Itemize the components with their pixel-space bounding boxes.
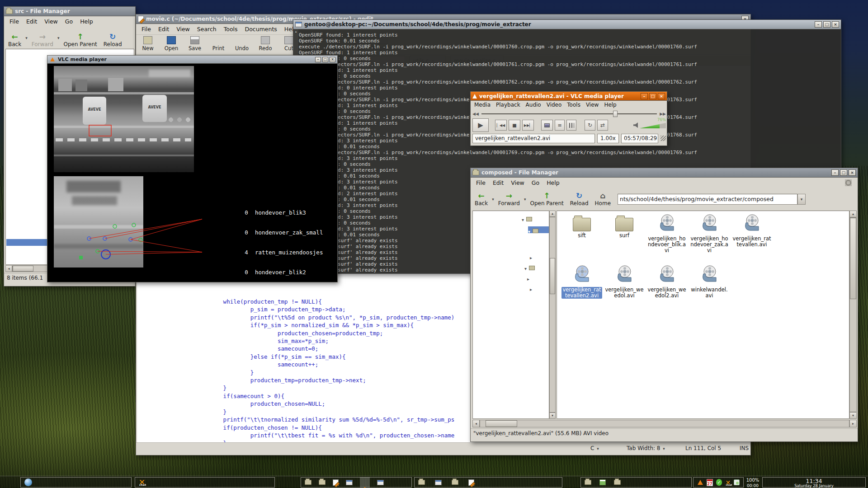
scroll-up-icon[interactable]: ▴ (849, 211, 857, 217)
loop-button[interactable]: ↻ (585, 120, 595, 131)
scroll-up-icon[interactable]: ▴ (293, 29, 298, 34)
playback-rate-field[interactable]: 1.00x (597, 134, 619, 143)
tree-row[interactable]: ▾ (524, 263, 535, 272)
tree-vscrollbar[interactable]: ▴ ▾ (549, 211, 556, 419)
scroll-left-icon[interactable]: ◂ (472, 420, 480, 427)
file-item[interactable]: vergelijken_rattevallen.avi (731, 214, 773, 265)
menu-item[interactable]: Tools (564, 101, 583, 109)
tree-row[interactable]: ▸ (530, 253, 532, 261)
terminal-task-icon[interactable] (346, 480, 353, 485)
shuffle-button[interactable]: ⇄ (597, 120, 608, 131)
image-viewer-task-icon[interactable] (599, 479, 606, 485)
file-manager-task-icon[interactable] (614, 480, 621, 485)
file-manager-task-icon[interactable] (418, 480, 425, 485)
toolbar-button[interactable]: Redo (254, 35, 277, 54)
now-playing-field[interactable]: vergelijken_rattevallen2.avi (472, 134, 595, 143)
file-item[interactable]: vergelijken_rattevallen2.avi (561, 265, 603, 316)
tree-row[interactable]: ▸ (530, 284, 532, 293)
composed-fm-iconview[interactable]: sift surf (557, 211, 849, 419)
forward-button[interactable]: →Forward (495, 191, 523, 207)
toolbar-button[interactable]: Open (160, 35, 183, 54)
menu-item[interactable]: Audio (523, 101, 544, 109)
scroll-up-icon[interactable]: ▴ (549, 211, 556, 217)
back-button[interactable]: ←Back (5, 28, 24, 48)
expander-closed-icon[interactable]: ▸ (530, 287, 532, 292)
file-item[interactable]: surf (603, 214, 646, 265)
vlc-task-active[interactable] (360, 477, 370, 488)
file-manager-task-icon[interactable] (319, 480, 326, 485)
task-group-windows-3[interactable] (580, 477, 692, 488)
toolbar-button[interactable]: Undo (230, 35, 254, 54)
calendar-tray-icon[interactable]: 27 (707, 479, 713, 486)
file-item[interactable]: vergelijken_weedol.avi (603, 265, 646, 316)
iconview-vscrollbar[interactable]: ▴ ▾ (849, 211, 857, 419)
forward-dropdown-icon[interactable]: ▾ (523, 197, 527, 202)
toolbar-button[interactable]: New (136, 35, 160, 54)
scroll-down-icon[interactable]: ▾ (549, 413, 556, 419)
file-item[interactable]: vergelijken_hondevoer_blik.avi (646, 214, 688, 265)
reload-button[interactable]: ↻Reload (567, 191, 592, 207)
minimize-icon[interactable]: – (831, 169, 839, 176)
scroll-thumb[interactable] (550, 258, 555, 294)
task-button-chat[interactable]: ✕chat (135, 477, 275, 488)
xchat-tray-icon[interactable]: ✕chat (725, 479, 731, 486)
file-manager-task-icon[interactable] (452, 480, 458, 485)
volume-icon[interactable] (633, 122, 638, 128)
expander-open-icon[interactable]: ▾ (524, 266, 527, 271)
previous-button[interactable]: ▏◀◀ (495, 120, 507, 131)
rewind-icon[interactable]: ◀◀ (472, 112, 479, 116)
task-button-browser[interactable] (20, 477, 132, 488)
scroll-left-icon[interactable]: ◂ (5, 265, 12, 272)
reload-button[interactable]: ↻Reload (100, 28, 125, 48)
fullscreen-button[interactable] (541, 120, 553, 131)
src-fm-titlebar[interactable]: src - File Manager (4, 7, 135, 16)
back-dropdown-icon[interactable]: ▾ (491, 197, 495, 202)
task-group-windows-2[interactable] (414, 477, 562, 488)
menu-item[interactable]: Search (193, 24, 220, 34)
next-button[interactable]: ▶▶▏ (522, 120, 534, 131)
menu-item[interactable]: View (173, 24, 193, 34)
menu-item[interactable]: Documents (241, 24, 281, 34)
playlist-button[interactable]: ≡ (555, 120, 565, 131)
close-icon[interactable]: × (330, 57, 335, 62)
vlc-titlebar[interactable]: vergelijken_rattevallen2.avi - VLC media… (471, 92, 667, 101)
menu-item[interactable]: View (41, 17, 61, 26)
menu-item[interactable]: Media (472, 101, 493, 109)
expander-closed-icon[interactable]: ▸ (530, 255, 532, 260)
composed-fm-treepane[interactable]: ▾ ▾ ▸ ▾ ▸ ▸ (472, 211, 549, 419)
menu-item[interactable]: Playback (493, 101, 523, 109)
clock[interactable]: 11:34 Saturday 28 January (762, 477, 866, 488)
menu-item[interactable]: File (6, 17, 23, 26)
expander-open-icon[interactable]: ▾ (528, 229, 530, 234)
maximize-icon[interactable]: □ (322, 57, 328, 62)
menu-item[interactable]: Edit (489, 178, 507, 188)
menu-item[interactable]: File (138, 24, 155, 34)
minimize-icon[interactable]: – (815, 21, 822, 28)
expander-closed-icon[interactable]: ▸ (527, 277, 529, 282)
tree-row-selected[interactable]: ▾ (528, 226, 549, 233)
menu-item[interactable]: Go (61, 17, 76, 26)
tab-width-selector[interactable]: Tab Width: 8 ▾ (627, 445, 666, 451)
volume-slider[interactable]: 76% (640, 122, 666, 129)
vlc-video-titlebar[interactable]: VLC media player – □ × (47, 56, 337, 64)
menu-item[interactable]: Help (76, 17, 97, 26)
composed-fm-titlebar[interactable]: composed - File Manager – □ × (471, 168, 858, 178)
file-item[interactable]: sift (561, 214, 603, 265)
back-dropdown-icon[interactable]: ▾ (24, 36, 28, 40)
menu-item[interactable]: Tools (220, 24, 241, 34)
path-entry[interactable]: nts/school/4de/thesis/prog/movie_extract… (618, 194, 797, 205)
minimize-icon[interactable]: – (641, 93, 648, 99)
close-icon[interactable]: × (832, 21, 839, 28)
home-button[interactable]: ⌂Home (592, 191, 614, 207)
composed-fm-hscrollbar[interactable]: ◂ ▸ (472, 420, 857, 427)
expander-open-icon[interactable]: ▾ (522, 217, 524, 222)
file-item[interactable]: vergelijken_hondevoer_zak.avi (688, 214, 731, 265)
window-composed-file-manager[interactable]: composed - File Manager – □ × FileEditVi… (470, 168, 858, 442)
menu-item[interactable]: File (472, 178, 489, 188)
notes-tray-icon[interactable] (734, 479, 740, 485)
close-icon[interactable]: × (849, 169, 856, 176)
scroll-thumb[interactable] (13, 266, 33, 272)
tree-row[interactable]: ▸ (527, 274, 529, 282)
forward-dropdown-icon[interactable]: ▾ (57, 36, 61, 40)
menu-item[interactable]: Video (544, 101, 565, 109)
